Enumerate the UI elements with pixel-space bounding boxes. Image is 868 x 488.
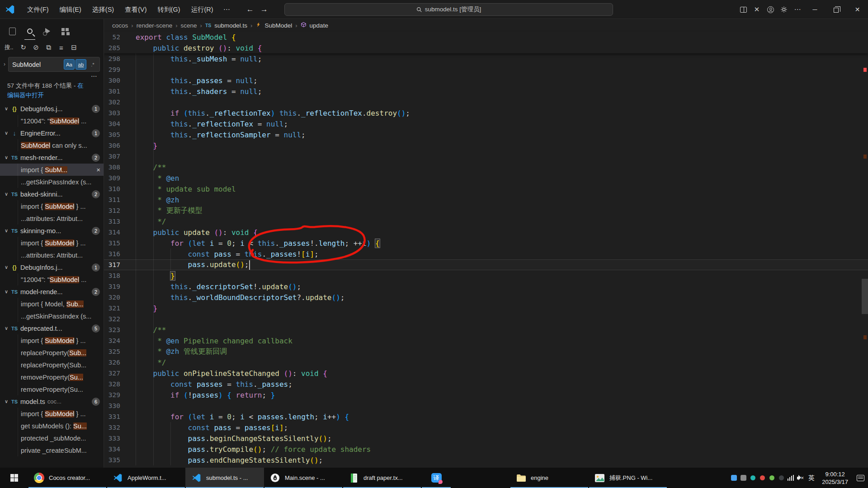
menu-item-1[interactable]: 编辑(E) <box>54 0 87 19</box>
menu-item-0[interactable]: 文件(F) <box>22 0 54 19</box>
breadcrumb-item-submodel.ts[interactable]: submodel.ts <box>214 22 247 29</box>
menu-item-4[interactable]: 转到(G) <box>152 0 186 19</box>
ime-indicator[interactable]: 英 <box>805 474 818 482</box>
chevron-down-icon[interactable]: ∨ <box>3 130 10 136</box>
code-area[interactable]: 298 this._subMesh = null;299300 this._pa… <box>104 53 868 465</box>
tray-dot-icon[interactable] <box>767 468 777 488</box>
code-line[interactable]: 333 pass.beginChangeStatesSilently(); <box>104 433 868 444</box>
nav-forward-icon[interactable]: → <box>260 5 268 14</box>
search-result-match-row[interactable]: protected _subMode... <box>0 432 104 444</box>
taskbar-app-button-draft paper.tx...[interactable]: draft paper.tx... <box>343 468 421 488</box>
run-debug-icon[interactable] <box>41 24 54 38</box>
breadcrumb-item-update[interactable]: update <box>310 22 328 29</box>
search-result-match-row[interactable]: import { Model, Sub... <box>0 298 104 310</box>
taskbar-app-button-engine[interactable]: engine <box>510 468 589 488</box>
taskbar-app-button-submodel.ts - ...[interactable]: submodel.ts - ... <box>185 468 264 488</box>
code-line[interactable]: 309 * @en <box>104 173 868 183</box>
code-line[interactable]: 322 <box>104 314 868 324</box>
toggle-replace-chevron-icon[interactable]: › <box>1 57 8 71</box>
chevron-down-icon[interactable]: ∨ <box>3 289 10 295</box>
refresh-icon[interactable]: ↻ <box>18 42 28 52</box>
code-line[interactable]: 300 this._passes = null; <box>104 75 868 86</box>
code-line[interactable]: 321 } <box>104 303 868 314</box>
search-result-match-row[interactable]: get subModels (): Su... <box>0 420 104 432</box>
tray-dot-icon[interactable] <box>748 468 758 488</box>
search-result-match-row[interactable]: SubModel can only s... <box>0 139 104 151</box>
dismiss-match-icon[interactable]: × <box>96 166 100 174</box>
code-line[interactable]: 313 */ <box>104 216 868 227</box>
menu-overflow-icon[interactable]: ⋯ <box>219 5 235 14</box>
notification-center-button[interactable] <box>853 468 868 488</box>
breadcrumb-item-SubModel[interactable]: SubModel <box>264 22 292 29</box>
code-line[interactable]: 302 <box>104 97 868 108</box>
whole-word-toggle[interactable]: ab <box>75 59 86 70</box>
code-line[interactable]: 308 /** <box>104 162 868 173</box>
sticky-code-line[interactable]: 52export class SubModel { <box>104 32 868 42</box>
regex-toggle[interactable]: .* <box>87 59 98 70</box>
chevron-down-icon[interactable]: ∨ <box>3 325 10 331</box>
menu-item-5[interactable]: 运行(R) <box>185 0 218 19</box>
editor-scrollbar[interactable] <box>862 19 868 468</box>
search-result-match-row[interactable]: import { SubModel } ... <box>0 334 104 347</box>
code-line[interactable]: 299 <box>104 64 868 75</box>
code-line[interactable]: 298 this._subMesh = null; <box>104 53 868 64</box>
search-details-more-icon[interactable]: ⋯ <box>91 74 97 80</box>
search-result-match-row[interactable]: ...getSkinPassIndex (s... <box>0 176 104 188</box>
code-line[interactable]: 331 for (let i = 0; i < passes.length; i… <box>104 411 868 422</box>
code-line[interactable]: 306 } <box>104 140 868 151</box>
search-result-file-row[interactable]: ∨TSdeprecated.t...5 <box>0 322 104 334</box>
search-result-match-row[interactable]: removeProperty(Su... <box>0 383 104 395</box>
code-line[interactable]: 312 * 更新子模型 <box>104 205 868 216</box>
code-line[interactable]: 317 pass.update(); <box>104 259 868 270</box>
search-result-match-row[interactable]: "12004": "SubModel ... <box>0 115 104 127</box>
code-line[interactable]: 316 const pass = this._passes![i]; <box>104 249 868 259</box>
search-result-match-row[interactable]: import { SubModel } ... <box>0 200 104 212</box>
match-case-toggle[interactable]: Aa <box>64 59 75 70</box>
code-line[interactable]: 303 if (this._reflectionTex) this._refle… <box>104 108 868 118</box>
search-result-file-row[interactable]: ∨{}DebugInfos.j...1 <box>0 103 104 115</box>
code-line[interactable]: 325 * @zh 管线更新回调 <box>104 346 868 357</box>
breadcrumb-item-cocos[interactable]: cocos <box>112 22 128 29</box>
tray-app-icon[interactable] <box>729 468 739 488</box>
search-result-match-row[interactable]: replaceProperty(Sub... <box>0 347 104 359</box>
volume-muted-icon[interactable]: ✕ <box>796 468 805 488</box>
code-line[interactable]: 324 * @en Pipeline changed callback <box>104 335 868 346</box>
search-result-file-row[interactable]: ∨TSskinning-mo...2 <box>0 225 104 237</box>
chevron-down-icon[interactable]: ∨ <box>3 191 10 197</box>
settings-gear-icon[interactable] <box>777 0 791 19</box>
chevron-down-icon[interactable]: ∨ <box>3 106 10 112</box>
account-icon[interactable] <box>764 0 777 19</box>
code-line[interactable]: 311 * @zh <box>104 194 868 205</box>
search-result-match-row[interactable]: ...getSkinPassIndex (s... <box>0 310 104 322</box>
search-result-file-row[interactable]: ∨TSmesh-render...2 <box>0 151 104 164</box>
code-line[interactable]: 323 /** <box>104 324 868 335</box>
chevron-down-icon[interactable]: ∨ <box>3 399 10 404</box>
menu-item-3[interactable]: 查看(V) <box>119 0 152 19</box>
code-line[interactable]: 310 * update sub model <box>104 183 868 194</box>
code-line[interactable]: 334 pass.tryCompile(); // force update s… <box>104 444 868 455</box>
code-line[interactable]: 318 } <box>104 270 868 281</box>
search-result-match-row[interactable]: private _createSubM... <box>0 444 104 456</box>
restore-button[interactable] <box>826 0 847 19</box>
extensions-icon[interactable] <box>58 24 72 38</box>
code-line[interactable]: 326 */ <box>104 357 868 368</box>
taskbar-clock[interactable]: 9:00:12 2025/3/17 <box>817 470 853 486</box>
search-result-file-row[interactable]: ∨TSmodel-rende...2 <box>0 286 104 298</box>
network-icon[interactable] <box>786 468 796 488</box>
search-result-match-row[interactable]: ...attributes: Attribut... <box>0 212 104 225</box>
search-input[interactable]: SubModel Aa ab .* <box>8 57 100 72</box>
breadcrumb-item-render-scene[interactable]: render-scene <box>137 22 173 29</box>
chevron-down-icon[interactable]: ∨ <box>3 264 10 270</box>
chevron-down-icon[interactable]: ∨ <box>3 155 10 160</box>
taskbar-app-button-Main.scene - ...[interactable]: Main.scene - ... <box>264 468 343 488</box>
code-line[interactable]: 330 <box>104 400 868 411</box>
more-actions-icon[interactable]: ⋯ <box>791 0 804 19</box>
search-result-match-row[interactable]: removeProperty(Su... <box>0 371 104 383</box>
view-as-list-icon[interactable]: ≡ <box>56 42 66 52</box>
code-line[interactable]: 328 const passes = this._passes; <box>104 379 868 389</box>
code-line[interactable]: 305 this._reflectionSampler = null; <box>104 129 868 140</box>
menu-item-2[interactable]: 选择(S) <box>87 0 119 19</box>
code-line[interactable]: 319 this._descriptorSet!.update(); <box>104 281 868 292</box>
code-line[interactable]: 335 pass.endChangeStatesSilently(); <box>104 455 868 465</box>
code-line[interactable]: 329 if (!passes) { return; } <box>104 389 868 400</box>
